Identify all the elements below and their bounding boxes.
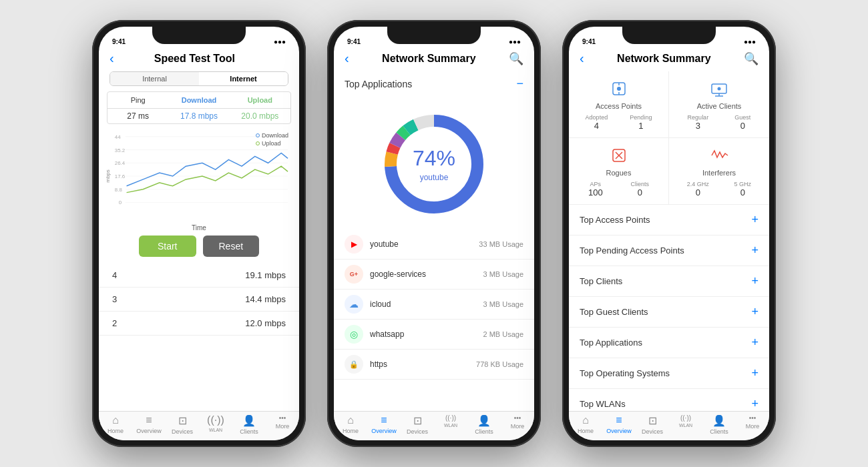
back-button[interactable]: ‹ xyxy=(345,51,349,66)
more-icon: ••• xyxy=(514,414,521,422)
back-button[interactable]: ‹ xyxy=(580,51,584,66)
svg-text:0: 0 xyxy=(119,199,122,205)
speed-table: Ping Download Upload 27 ms 17.8 mbps 20.… xyxy=(107,91,291,124)
clients-icon: 👤 xyxy=(477,414,491,427)
tab-overview[interactable]: ≡ Overview xyxy=(132,414,166,435)
overview-icon: ≡ xyxy=(146,414,152,426)
menu-item-top-os[interactable]: Top Operating Systems + xyxy=(569,358,769,389)
tab-home-label: Home xyxy=(107,428,124,434)
clients-icon xyxy=(708,78,730,99)
expand-icon[interactable]: + xyxy=(751,244,758,258)
tab-clients[interactable]: 👤 Clients xyxy=(467,414,501,435)
app-name-https: https xyxy=(370,360,476,369)
tab-home[interactable]: ⌂ Home xyxy=(99,414,132,435)
tab-wlan-label: WLAN xyxy=(209,428,222,432)
tab-wlan[interactable]: ((·)) WLAN xyxy=(199,414,232,435)
tab-more[interactable]: ••• More xyxy=(266,414,299,435)
wlan-icon: ((·)) xyxy=(680,414,691,422)
app-row-https[interactable]: 🔒 https 778 KB Usage xyxy=(334,350,534,380)
phones-container: 9:41 ●●● ‹ Speed Test Tool Internal Inte… xyxy=(79,7,789,460)
app-usage-google: 3 MB Usage xyxy=(483,270,523,278)
app-row-youtube[interactable]: ▶ youtube 33 MB Usage xyxy=(334,229,534,260)
tab-bar: ⌂ Home ≡ Overview ⊡ Devices ((·)) WLAN xyxy=(569,411,769,440)
top-apps-title: Top Applications xyxy=(345,79,412,89)
menu-item-top-apps[interactable]: Top Applications + xyxy=(569,328,769,358)
tab-wlan-label: WLAN xyxy=(444,423,457,428)
24ghz-val: 0 xyxy=(687,187,709,197)
tab-home-label: Home xyxy=(343,428,359,434)
app-row-whatsapp[interactable]: ◎ whatsapp 2 MB Usage xyxy=(334,320,534,350)
app-row-icloud[interactable]: ☁ icloud 3 MB Usage xyxy=(334,290,534,320)
app-row-google[interactable]: G+ google-services 3 MB Usage xyxy=(334,260,534,290)
interferers-24ghz: 2.4 GHz 0 xyxy=(687,181,709,197)
search-icon[interactable]: 🔍 xyxy=(509,51,523,66)
tab-devices-label: Devices xyxy=(642,428,663,435)
expand-icon[interactable]: + xyxy=(751,213,758,227)
ap-category: Access Points xyxy=(596,102,642,110)
button-row: Start Reset xyxy=(112,236,286,257)
result-row: 3 14.4 mbps xyxy=(99,288,299,312)
menu-label: Top Operating Systems xyxy=(580,368,670,378)
menu-item-top-ap[interactable]: Top Access Points + xyxy=(569,205,769,236)
tab-devices[interactable]: ⊡ Devices xyxy=(636,414,669,435)
expand-icon[interactable]: + xyxy=(751,274,758,288)
seg-internal[interactable]: Internal xyxy=(110,72,199,85)
tab-devices-label: Devices xyxy=(407,428,428,435)
tab-clients[interactable]: 👤 Clients xyxy=(702,414,736,435)
regular-val: 3 xyxy=(688,121,709,131)
back-button[interactable]: ‹ xyxy=(110,51,114,66)
ap-pending: Pending 1 xyxy=(630,114,652,131)
donut-center: 74% youtube xyxy=(413,146,455,183)
svg-text:26.4: 26.4 xyxy=(115,160,126,166)
tab-overview[interactable]: ≡ Overview xyxy=(602,414,636,435)
collapse-icon[interactable]: − xyxy=(516,77,523,91)
expand-icon[interactable]: + xyxy=(751,397,758,411)
nav-header: ‹ Network Summary 🔍 xyxy=(334,48,534,71)
icloud-icon: ☁ xyxy=(345,295,363,314)
speed-chart: mbps 44 35.2 26.4 17.6 8.8 0 xyxy=(107,129,291,223)
menu-item-top-guest[interactable]: Top Guest Clients + xyxy=(569,297,769,328)
ping-value: 27 ms xyxy=(107,109,168,123)
start-button[interactable]: Start xyxy=(139,236,196,257)
clients-icon: 👤 xyxy=(242,414,256,427)
expand-icon[interactable]: + xyxy=(751,336,758,350)
tab-wlan[interactable]: ((·)) WLAN xyxy=(669,414,702,435)
summary-grid: Access Points Adopted 4 Pending 1 xyxy=(569,71,769,205)
notch xyxy=(152,27,246,44)
result-num: 2 xyxy=(112,318,117,328)
menu-item-top-clients[interactable]: Top Clients + xyxy=(569,266,769,297)
search-icon[interactable]: 🔍 xyxy=(744,51,758,66)
expand-icon[interactable]: + xyxy=(751,366,758,380)
tab-home[interactable]: ⌂ Home xyxy=(569,414,602,435)
reset-button[interactable]: Reset xyxy=(203,236,260,257)
interferers-5ghz: 5 GHz 0 xyxy=(734,181,752,197)
app-name-icloud: icloud xyxy=(370,300,483,309)
seg-internet[interactable]: Internet xyxy=(199,72,288,85)
upload-value: 20.0 mbps xyxy=(230,109,290,123)
expand-icon[interactable]: + xyxy=(751,305,758,319)
regular-label: Regular xyxy=(688,114,709,121)
guest-label: Guest xyxy=(734,114,750,121)
tab-wlan[interactable]: ((·)) WLAN xyxy=(434,414,467,435)
devices-icon: ⊡ xyxy=(648,414,657,427)
rogues-aps: APs 100 xyxy=(588,181,603,197)
svg-point-26 xyxy=(718,87,721,91)
menu-label: Top Guest Clients xyxy=(580,307,648,317)
tab-overview[interactable]: ≡ Overview xyxy=(367,414,401,435)
quadrant-interferers: Interferers 2.4 GHz 0 5 GHz 0 xyxy=(669,138,769,204)
svg-text:8.8: 8.8 xyxy=(115,187,123,193)
tab-clients[interactable]: 👤 Clients xyxy=(232,414,266,435)
upload-header: Upload xyxy=(230,92,290,108)
tab-devices[interactable]: ⊡ Devices xyxy=(401,414,434,435)
tab-more[interactable]: ••• More xyxy=(501,414,534,435)
menu-item-top-pending-ap[interactable]: Top Pending Access Points + xyxy=(569,236,769,266)
menu-label: Top Access Points xyxy=(580,215,650,225)
tab-more-label: More xyxy=(746,423,760,430)
tab-home[interactable]: ⌂ Home xyxy=(334,414,367,435)
tab-clients-label: Clients xyxy=(475,428,493,435)
menu-item-top-wlans[interactable]: Top WLANs + xyxy=(569,389,769,411)
time: 9:41 xyxy=(112,38,126,45)
tab-devices[interactable]: ⊡ Devices xyxy=(166,414,199,435)
tab-overview-label: Overview xyxy=(606,428,632,434)
tab-more[interactable]: ••• More xyxy=(736,414,769,435)
